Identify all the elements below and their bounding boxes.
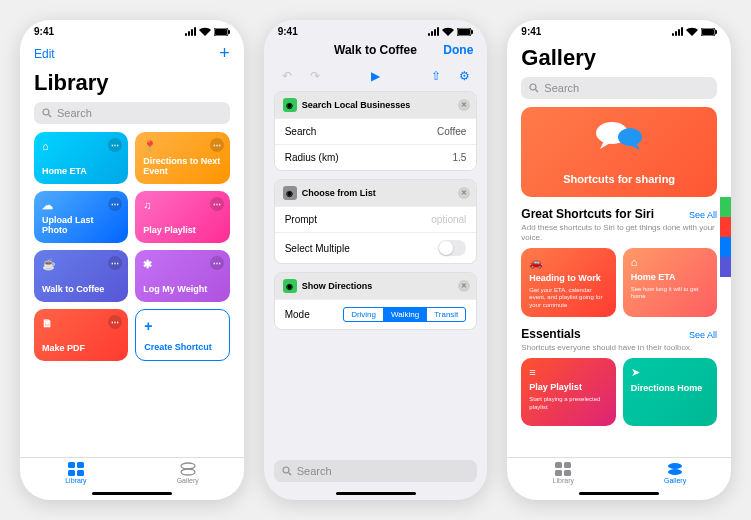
redo-button[interactable]: ↷ <box>306 67 324 85</box>
see-all-link[interactable]: See All <box>689 210 717 220</box>
page-title: Gallery <box>507 39 731 77</box>
action-search-input[interactable]: Search <box>274 460 478 482</box>
svg-point-9 <box>181 463 195 469</box>
gallery-section: EssentialsSee AllShortcuts everyone shou… <box>521 327 717 427</box>
search-placeholder: Search <box>544 82 579 94</box>
action-icon: ◉ <box>283 186 297 200</box>
section-header: Great Shortcuts for SiriSee All <box>521 207 717 223</box>
action-icon: ◉ <box>283 98 297 112</box>
more-icon[interactable]: ⋯ <box>210 138 224 152</box>
done-button[interactable]: Done <box>443 43 473 57</box>
shortcut-name: Walk to Coffee <box>42 284 120 294</box>
tab-gallery-label: Gallery <box>664 477 686 484</box>
svg-line-15 <box>288 473 291 476</box>
play-button[interactable]: ▶ <box>367 67 385 85</box>
shortcut-tile[interactable]: ☕⋯Walk to Coffee <box>34 250 128 302</box>
action-header: ◉Choose from List✕ <box>275 180 477 206</box>
sharing-icon <box>594 119 644 157</box>
share-button[interactable]: ⇧ <box>427 67 445 85</box>
home-indicator[interactable] <box>92 492 172 495</box>
tab-gallery[interactable]: Gallery <box>132 462 244 484</box>
shortcut-tile[interactable]: ⌂⋯Home ETA <box>34 132 128 184</box>
home-indicator[interactable] <box>336 492 416 495</box>
svg-rect-24 <box>564 462 571 468</box>
shortcut-tile[interactable]: ☁⋯Upload Last Photo <box>34 191 128 243</box>
section-title: Great Shortcuts for Siri <box>521 207 654 221</box>
library-content: ⌂⋯Home ETA📍⋯Directions to Next Event☁⋯Up… <box>20 132 244 457</box>
add-button[interactable]: + <box>219 43 230 64</box>
card-subtitle: Get your ETA, calendar event, and playli… <box>529 287 607 309</box>
nav-bar: Edit + <box>20 39 244 68</box>
next-banner-peek[interactable] <box>720 197 731 277</box>
gallery-card[interactable]: 🚗Heading to WorkGet your ETA, calendar e… <box>521 248 615 317</box>
svg-rect-8 <box>77 470 84 476</box>
shortcut-name: Home ETA <box>42 166 120 176</box>
shortcut-name: Play Playlist <box>143 225 221 235</box>
library-icon <box>67 462 85 476</box>
close-icon[interactable]: ✕ <box>458 187 470 199</box>
svg-rect-13 <box>471 30 473 34</box>
tab-library-label: Library <box>65 477 86 484</box>
gallery-card[interactable]: ≡Play PlaylistStart playing a preselecte… <box>521 358 615 426</box>
action-header: ◉Search Local Businesses✕ <box>275 92 477 118</box>
tab-library[interactable]: Library <box>20 462 132 484</box>
svg-line-20 <box>536 90 539 93</box>
gallery-icon <box>666 462 684 476</box>
svg-rect-25 <box>555 470 562 476</box>
shortcut-tile[interactable]: ♫⋯Play Playlist <box>135 191 229 243</box>
gallery-card[interactable]: ➤Directions Home <box>623 358 717 426</box>
action-block[interactable]: ◉Show Directions✕ModeDrivingWalkingTrans… <box>274 272 478 330</box>
close-icon[interactable]: ✕ <box>458 280 470 292</box>
status-icons <box>428 27 473 36</box>
home-indicator[interactable] <box>579 492 659 495</box>
edit-button[interactable]: Edit <box>34 47 55 61</box>
row-label: Radius (km) <box>285 152 339 163</box>
settings-button[interactable]: ⚙ <box>455 67 473 85</box>
tab-gallery[interactable]: Gallery <box>619 462 731 484</box>
svg-rect-17 <box>702 29 714 35</box>
action-block[interactable]: ◉Choose from List✕PromptoptionalSelect M… <box>274 179 478 264</box>
svg-rect-2 <box>228 30 230 34</box>
phone-editor: 9:41 Walk to Coffee Done ↶ ↷ ▶ ⇧ ⚙ ◉Sear… <box>264 20 488 500</box>
search-input[interactable]: Search <box>34 102 230 124</box>
search-input[interactable]: Search <box>521 77 717 99</box>
svg-line-4 <box>49 115 52 118</box>
action-icon: ◉ <box>283 279 297 293</box>
shortcut-tile[interactable]: ✱⋯Log My Weight <box>135 250 229 302</box>
action-row: ModeDrivingWalkingTransit <box>275 299 477 329</box>
svg-point-28 <box>668 469 682 475</box>
see-all-link[interactable]: See All <box>689 330 717 340</box>
segmented-control[interactable]: DrivingWalkingTransit <box>343 307 466 322</box>
status-bar: 9:41 <box>20 20 244 39</box>
segment-option[interactable]: Transit <box>427 308 465 321</box>
status-bar: 9:41 <box>507 20 731 39</box>
phone-gallery: 9:41 Gallery Search Shortcuts for sharin… <box>507 20 731 500</box>
action-row[interactable]: SearchCoffee <box>275 118 477 144</box>
create-shortcut-tile[interactable]: +Create Shortcut <box>135 309 229 361</box>
shortcut-name: Log My Weight <box>143 284 221 294</box>
shortcut-tile[interactable]: 🗎⋯Make PDF <box>34 309 128 361</box>
action-title: Search Local Businesses <box>302 100 411 110</box>
undo-button[interactable]: ↶ <box>278 67 296 85</box>
status-time: 9:41 <box>278 26 298 37</box>
featured-banner[interactable]: Shortcuts for sharing <box>521 107 717 197</box>
segment-option[interactable]: Driving <box>344 308 384 321</box>
shortcut-tile[interactable]: 📍⋯Directions to Next Event <box>135 132 229 184</box>
close-icon[interactable]: ✕ <box>458 99 470 111</box>
action-row[interactable]: Radius (km)1.5 <box>275 144 477 170</box>
banner-title: Shortcuts for sharing <box>563 173 675 185</box>
section-header: EssentialsSee All <box>521 327 717 343</box>
toggle-switch[interactable] <box>438 240 466 256</box>
status-icons <box>185 27 230 36</box>
action-block[interactable]: ◉Search Local Businesses✕SearchCoffeeRad… <box>274 91 478 171</box>
gallery-card[interactable]: ⌂Home ETASee how long it will to get hom… <box>623 248 717 317</box>
more-icon[interactable]: ⋯ <box>210 256 224 270</box>
tab-library[interactable]: Library <box>507 462 619 484</box>
shortcut-title: Walk to Coffee <box>308 43 444 57</box>
cards-row: ≡Play PlaylistStart playing a preselecte… <box>521 358 717 426</box>
svg-rect-5 <box>68 462 75 468</box>
segment-option[interactable]: Walking <box>384 308 427 321</box>
action-row[interactable]: Promptoptional <box>275 206 477 232</box>
card-icon: ⌂ <box>631 256 709 268</box>
more-icon[interactable]: ⋯ <box>210 197 224 211</box>
